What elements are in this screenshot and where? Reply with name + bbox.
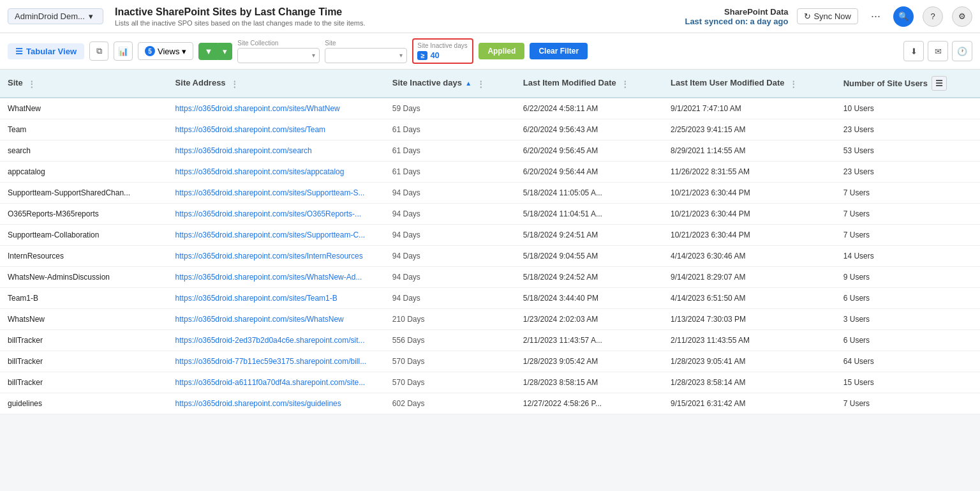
table-header-row: Site ⋮ Site Address ⋮ Site Inactive days… (0, 70, 980, 98)
table-row: O365Reports-M365reports https://o365droi… (0, 204, 980, 225)
site-select[interactable] (325, 49, 396, 63)
cell-site: WhatsNew (0, 309, 168, 330)
table-row: billTracker https://o365droid-77b11ec59e… (0, 351, 980, 372)
cell-site-address[interactable]: https://o365droid.sharepoint.com/sites/O… (168, 204, 385, 225)
cell-last-modified: 6/20/2024 9:56:44 AM (516, 162, 663, 183)
sort-asc-icon: ▲ (465, 80, 471, 87)
sync-now-button[interactable]: ↻ Sync Now (797, 8, 858, 24)
sync-status: Last synced on: a day ago (685, 17, 788, 26)
cell-site-address[interactable]: https://o365droid.sharepoint.com/sites/W… (168, 309, 385, 330)
search-button[interactable]: 🔍 (893, 6, 914, 27)
cell-inactive-days: 602 Days (385, 393, 516, 414)
cell-site: billTracker (0, 351, 168, 372)
cell-inactive-days: 570 Days (385, 372, 516, 393)
cell-last-user-modified: 1/28/2023 9:05:41 AM (663, 351, 836, 372)
views-button[interactable]: 5 Views ▾ (138, 42, 193, 60)
cell-last-modified: 5/18/2024 11:04:51 A... (516, 204, 663, 225)
cell-site-address[interactable]: https://o365droid.sharepoint.com/search (168, 140, 385, 162)
download-button[interactable]: ⬇ (903, 41, 924, 61)
cell-site-address[interactable]: https://o365droid.sharepoint.com/sites/T… (168, 288, 385, 309)
views-label: Views (158, 47, 179, 56)
schedule-button[interactable]: 🕐 (952, 41, 972, 61)
filter-arrow-button[interactable]: ▾ (218, 43, 232, 60)
cell-site-address[interactable]: https://o365droid.sharepoint.com/sites/W… (168, 267, 385, 288)
cell-site: search (0, 140, 168, 162)
cell-site-address[interactable]: https://o365droid.sharepoint.com/sites/S… (168, 183, 385, 204)
views-count-badge: 5 (145, 46, 155, 56)
col-menu-last-modified[interactable]: ⋮ (621, 79, 629, 89)
download-icon: ⬇ (910, 47, 917, 56)
site-filter: Site ▾ (325, 40, 407, 63)
sync-icon: ↻ (804, 11, 811, 21)
col-header-num-users: Number of Site Users ☰ (836, 70, 980, 98)
cell-site: guidelines (0, 393, 168, 414)
cell-site-address[interactable]: https://o365droid.sharepoint.com/sites/W… (168, 98, 385, 119)
cell-last-modified: 5/18/2024 9:04:55 AM (516, 246, 663, 267)
help-button[interactable]: ? (923, 6, 943, 27)
cell-last-user-modified: 1/28/2023 8:58:14 AM (663, 372, 836, 393)
site-collection-chevron-icon: ▾ (308, 52, 319, 59)
copy-icon: ⧉ (96, 46, 102, 56)
topbar-right: SharePoint Data Last synced on: a day ag… (685, 6, 972, 27)
col-header-site-address: Site Address ⋮ (168, 70, 385, 98)
table-body: WhatNew https://o365droid.sharepoint.com… (0, 98, 980, 414)
cell-site: O365Reports-M365reports (0, 204, 168, 225)
email-button[interactable]: ✉ (928, 41, 948, 61)
site-select-wrapper: ▾ (325, 48, 407, 63)
site-collection-select-wrapper: ▾ (237, 48, 320, 63)
site-inactive-days-filter: Site Inactive days ≥ (412, 38, 473, 64)
table-row: appcatalog https://o365droid.sharepoint.… (0, 162, 980, 183)
cell-last-user-modified: 9/15/2021 6:31:42 AM (663, 393, 836, 414)
col-settings-icon[interactable]: ☰ (932, 76, 947, 91)
cell-site-address[interactable]: https://o365droid-a6111f0a70df4a.sharepo… (168, 372, 385, 393)
cell-num-users: 64 Users (836, 351, 980, 372)
copy-view-button[interactable]: ⧉ (89, 42, 108, 61)
cell-last-user-modified: 2/11/2023 11:43:55 AM (663, 330, 836, 351)
gte-badge: ≥ (417, 51, 427, 60)
applied-button[interactable]: Applied (479, 43, 524, 59)
cell-site: billTracker (0, 330, 168, 351)
cell-last-modified: 2/11/2023 11:43:57 A... (516, 330, 663, 351)
table-row: search https://o365droid.sharepoint.com/… (0, 140, 980, 162)
page-subtitle: Lists all the inactive SPO sites based o… (115, 19, 685, 27)
cell-site: WhatsNew-AdminsDiscussion (0, 267, 168, 288)
cell-site-address[interactable]: https://o365droid.sharepoint.com/sites/I… (168, 246, 385, 267)
col-menu-site-address[interactable]: ⋮ (230, 79, 239, 89)
table-container: Site ⋮ Site Address ⋮ Site Inactive days… (0, 70, 980, 414)
cell-site: Supportteam-Collaboration (0, 225, 168, 246)
cell-last-user-modified: 10/21/2023 6:30:44 PM (663, 204, 836, 225)
more-options-button[interactable]: ··· (867, 8, 884, 24)
site-chevron-icon: ▾ (396, 52, 406, 59)
cell-num-users: 53 Users (836, 140, 980, 162)
cell-last-modified: 1/28/2023 8:58:15 AM (516, 372, 663, 393)
cell-inactive-days: 570 Days (385, 351, 516, 372)
col-menu-last-user-modified[interactable]: ⋮ (789, 79, 798, 89)
tabular-view-tab[interactable]: ☰ Tabular View (8, 43, 84, 59)
filter-button[interactable]: ▼ (198, 43, 218, 60)
site-inactive-days-input[interactable] (430, 50, 468, 60)
cell-site: InternResources (0, 246, 168, 267)
sync-now-label: Sync Now (813, 11, 851, 21)
filter-arrow-icon: ▾ (223, 47, 227, 56)
cell-site-address[interactable]: https://o365droid-77b11ec59e3175.sharepo… (168, 351, 385, 372)
cell-site-address[interactable]: https://o365droid.sharepoint.com/sites/g… (168, 393, 385, 414)
col-header-inactive-days: Site Inactive days ▲ ⋮ (385, 70, 516, 98)
cell-site-address[interactable]: https://o365droid.sharepoint.com/sites/a… (168, 162, 385, 183)
col-menu-inactive-days[interactable]: ⋮ (477, 79, 485, 89)
chart-view-button[interactable]: 📊 (114, 42, 133, 61)
cell-site-address[interactable]: https://o365droid.sharepoint.com/sites/T… (168, 119, 385, 140)
tenant-selector[interactable]: AdminDroid Dem... ▾ (8, 8, 103, 24)
settings-button[interactable]: ⚙ (952, 6, 972, 27)
site-label: Site (325, 40, 407, 47)
cell-inactive-days: 94 Days (385, 204, 516, 225)
cell-site-address[interactable]: https://o365droid-2ed37b2d0a4c6e.sharepo… (168, 330, 385, 351)
cell-last-user-modified: 1/13/2024 7:30:03 PM (663, 309, 836, 330)
page-title-block: Inactive SharePoint Sites by Last Change… (115, 6, 685, 27)
cell-last-modified: 5/18/2024 9:24:52 AM (516, 267, 663, 288)
clear-filter-button[interactable]: Clear Filter (530, 43, 588, 59)
cell-num-users: 9 Users (836, 267, 980, 288)
cell-site-address[interactable]: https://o365droid.sharepoint.com/sites/S… (168, 225, 385, 246)
table-row: billTracker https://o365droid-a6111f0a70… (0, 372, 980, 393)
site-collection-select[interactable] (238, 49, 308, 63)
col-menu-site[interactable]: ⋮ (27, 79, 36, 89)
